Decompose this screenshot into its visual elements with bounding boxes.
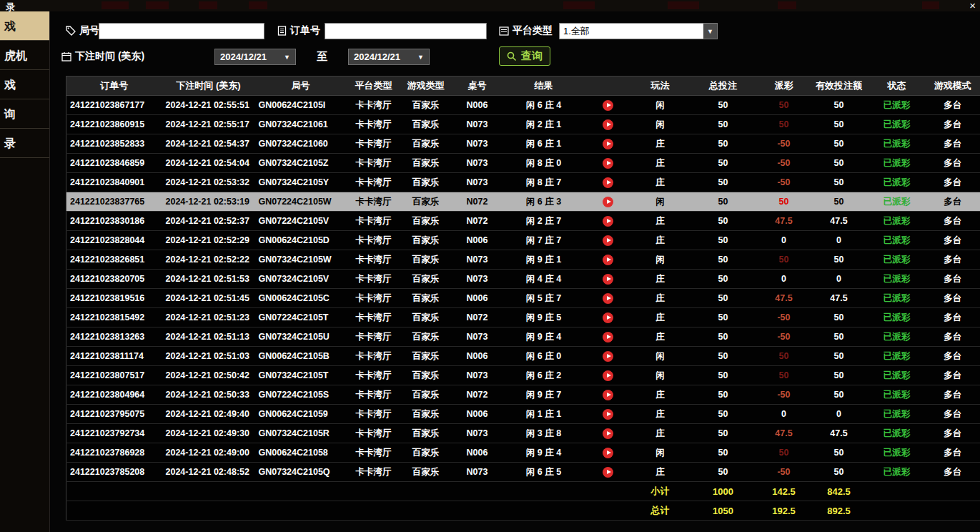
sidebar: 戏虎机戏询录	[0, 11, 50, 532]
table-header-row: 订单号下注时间 (美东)局号平台类型游戏类型桌号结果玩法总投注派彩有效投注额状态…	[66, 77, 980, 96]
subtotal-payout: 142.5	[758, 482, 810, 501]
table-row[interactable]: 2412210238609152024-12-21 02:55:17GN0732…	[66, 115, 980, 134]
column-header: 平台类型	[347, 77, 401, 96]
column-header: 下注时间 (美东)	[162, 77, 255, 96]
records-body: 2412210238671772024-12-21 02:55:51GN0062…	[66, 96, 980, 482]
table-row[interactable]: 2412210237852082024-12-21 02:48:52GN0732…	[66, 463, 980, 482]
table-row[interactable]: 2412210237869282024-12-21 02:49:00GN0062…	[66, 443, 980, 463]
play-video-icon[interactable]	[603, 428, 613, 439]
play-video-icon[interactable]	[603, 139, 613, 149]
table-row[interactable]: 2412210238268512024-12-21 02:52:22GN0732…	[66, 250, 980, 270]
sidebar-item-0[interactable]: 戏	[0, 11, 49, 41]
column-header: 游戏类型	[401, 77, 451, 96]
grand-total-total-bet: 1050	[688, 501, 758, 521]
play-video-icon[interactable]	[603, 332, 613, 343]
column-header: 状态	[868, 77, 926, 96]
records-table: 订单号下注时间 (美东)局号平台类型游戏类型桌号结果玩法总投注派彩有效投注额状态…	[66, 76, 980, 521]
column-header: 总投注	[688, 77, 758, 96]
column-header	[584, 77, 633, 96]
sidebar-item-4[interactable]: 录	[0, 129, 49, 158]
grand-total-valid-bet: 892.5	[810, 501, 868, 521]
play-video-icon[interactable]	[603, 390, 613, 400]
play-video-icon[interactable]	[603, 274, 613, 285]
play-video-icon[interactable]	[603, 370, 613, 381]
chevron-down-icon: ▼	[284, 54, 290, 61]
play-video-icon[interactable]	[603, 351, 613, 362]
play-video-icon[interactable]	[603, 312, 613, 323]
table-row[interactable]: 2412210238132632024-12-21 02:51:13GN0732…	[66, 327, 980, 347]
subtotal-valid-bet: 842.5	[810, 482, 868, 501]
play-video-icon[interactable]	[603, 235, 613, 246]
sidebar-item-2[interactable]: 戏	[0, 70, 49, 99]
search-icon	[507, 51, 517, 61]
calendar-icon	[61, 51, 71, 61]
table-row[interactable]: 2412210238377652024-12-21 02:53:19GN0722…	[66, 192, 980, 212]
table-row[interactable]: 2412210238049642024-12-21 02:50:33GN0722…	[66, 385, 980, 405]
to-label: 至	[317, 50, 327, 64]
table-row[interactable]: 2412210238154922024-12-21 02:51:23GN0722…	[66, 308, 980, 327]
play-video-icon[interactable]	[603, 100, 613, 111]
platform-type-value: 1.全部	[560, 24, 703, 39]
play-video-icon[interactable]	[603, 448, 613, 458]
close-icon[interactable]: ×	[969, 0, 976, 11]
play-video-icon[interactable]	[603, 467, 613, 478]
platform-type-label: 平台类型	[499, 24, 553, 37]
table-row[interactable]: 2412210238207052024-12-21 02:51:53GN0732…	[66, 270, 980, 289]
search-button[interactable]: 查询	[499, 46, 550, 66]
subtotal-row: 小计 1000 142.5 842.5	[66, 482, 980, 501]
play-video-icon[interactable]	[603, 293, 613, 304]
date-to-select[interactable]: 2024/12/21 ▼	[348, 49, 430, 65]
list-icon	[499, 26, 509, 36]
play-video-icon[interactable]	[603, 158, 613, 169]
play-video-icon[interactable]	[603, 197, 613, 207]
table-row[interactable]: 2412210238301862024-12-21 02:52:37GN0722…	[66, 212, 980, 231]
app-window: 录 × 戏虎机戏询录 局号 订单号 平台类型 1.全部 ▼	[0, 0, 980, 532]
play-video-icon[interactable]	[603, 216, 613, 227]
order-id-input[interactable]	[325, 23, 487, 39]
table-row[interactable]: 2412210238075172024-12-21 02:50:42GN0732…	[66, 366, 980, 385]
column-header: 有效投注额	[810, 77, 868, 96]
grand-total-label: 总计	[633, 501, 688, 521]
table-row[interactable]: 2412210238195162024-12-21 02:51:45GN0062…	[66, 289, 980, 308]
redacted-box	[146, 1, 169, 9]
redacted-box	[668, 1, 699, 9]
play-video-icon[interactable]	[603, 119, 613, 130]
table-row[interactable]: 2412210238468592024-12-21 02:54:04GN0732…	[66, 154, 980, 173]
grand-total-payout: 192.5	[758, 501, 810, 521]
play-video-icon[interactable]	[603, 409, 613, 420]
chevron-down-icon: ▼	[417, 54, 424, 61]
table-row[interactable]: 2412210237927342024-12-21 02:49:30GN0732…	[66, 424, 980, 443]
document-icon	[277, 26, 287, 36]
redacted-box	[102, 1, 129, 9]
column-header: 玩法	[633, 77, 688, 96]
subtotal-label: 小计	[633, 482, 688, 501]
play-video-icon[interactable]	[603, 255, 613, 265]
column-header: 订单号	[66, 77, 162, 96]
table-row[interactable]: 2412210238528332024-12-21 02:54:37GN0732…	[66, 134, 980, 154]
column-header: 桌号	[451, 77, 504, 96]
filter-panel: 局号 订单号 平台类型 1.全部 ▼ 下注时间 (美东) 2024/12/21 …	[50, 11, 980, 76]
redacted-box	[563, 1, 595, 9]
order-id-label: 订单号	[277, 24, 320, 37]
play-video-icon[interactable]	[603, 177, 613, 188]
redacted-box	[778, 1, 796, 9]
chevron-down-icon: ▼	[703, 24, 717, 39]
grand-total-row: 总计 1050 192.5 892.5	[66, 501, 980, 521]
date-to-value: 2024/12/21	[354, 51, 400, 62]
table-row[interactable]: 2412210237950752024-12-21 02:49:40GN0062…	[66, 405, 980, 424]
table-row[interactable]: 2412210238111742024-12-21 02:51:03GN0062…	[66, 347, 980, 366]
column-header: 游戏模式	[926, 77, 980, 96]
table-row[interactable]: 2412210238280442024-12-21 02:52:29GN0062…	[66, 231, 980, 250]
sidebar-item-3[interactable]: 询	[0, 99, 49, 129]
sidebar-item-1[interactable]: 虎机	[0, 41, 49, 70]
subtotal-total-bet: 1000	[688, 482, 758, 501]
column-header: 局号	[255, 77, 347, 96]
round-id-label: 局号	[66, 24, 99, 37]
table-row[interactable]: 2412210238409012024-12-21 02:53:32GN0732…	[66, 173, 980, 192]
window-topbar: 录 ×	[0, 0, 980, 11]
round-id-input[interactable]	[99, 23, 264, 39]
date-from-select[interactable]: 2024/12/21 ▼	[214, 49, 296, 65]
bet-time-label: 下注时间 (美东)	[61, 50, 144, 63]
table-row[interactable]: 2412210238671772024-12-21 02:55:51GN0062…	[66, 96, 980, 115]
platform-type-select[interactable]: 1.全部 ▼	[559, 23, 718, 39]
